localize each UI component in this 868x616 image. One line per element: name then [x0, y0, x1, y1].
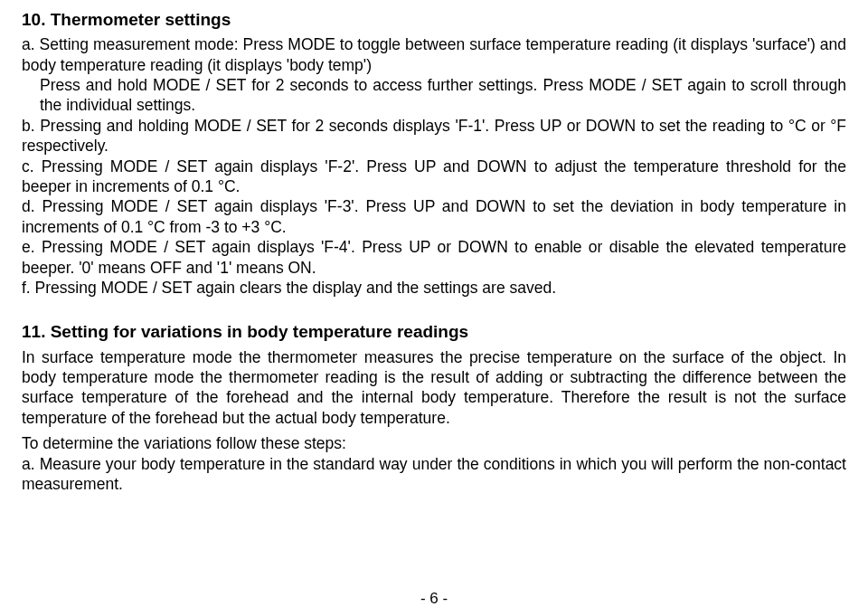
section-11-heading: 11. Setting for variations in body tempe…: [22, 321, 846, 343]
section-10-item-f: f. Pressing MODE / SET again clears the …: [22, 278, 846, 298]
section-10-item-a: a. Setting measurement mode: Press MODE …: [22, 34, 846, 75]
section-11-para2: To determine the variations follow these…: [22, 433, 846, 453]
section-10-item-d: d. Pressing MODE / SET again displays 'F…: [22, 196, 846, 237]
section-11-para1: In surface temperature mode the thermome…: [22, 347, 846, 429]
section-10-item-c: c. Pressing MODE / SET again displays 'F…: [22, 156, 846, 197]
page-number: - 6 -: [0, 589, 868, 609]
section-10-item-b: b. Pressing and holding MODE / SET for 2…: [22, 116, 846, 156]
section-11-item-a: a. Measure your body temperature in the …: [22, 454, 846, 495]
section-10-heading: 10. Thermometer settings: [22, 9, 846, 31]
section-10-item-e: e. Pressing MODE / SET again displays 'F…: [22, 237, 846, 278]
section-10-item-a-cont: Press and hold MODE / SET for 2 seconds …: [22, 75, 846, 116]
